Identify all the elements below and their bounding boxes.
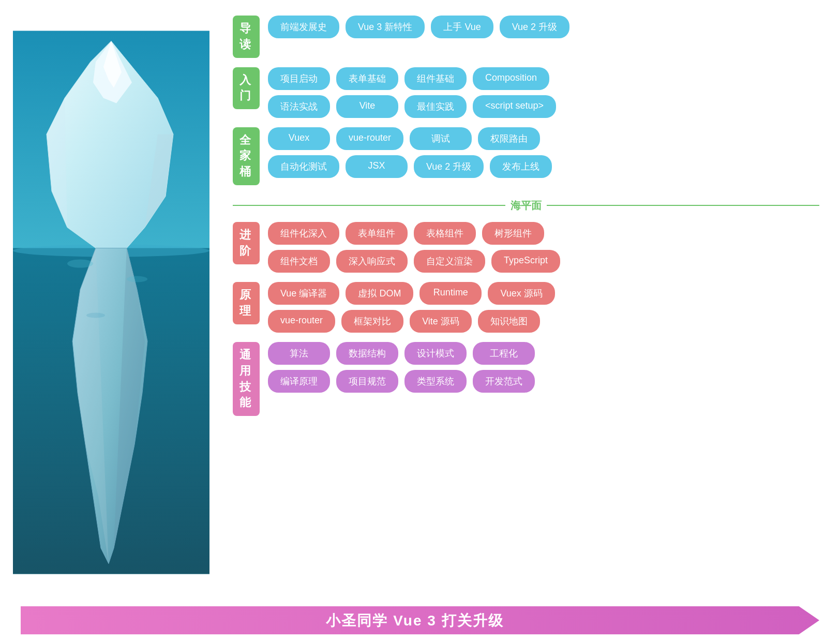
tag-general-0-3[interactable]: 工程化: [473, 342, 535, 365]
tags-grid-principle: Vue 编译器虚拟 DOMRuntimeVuex 源码vue-router框架对…: [268, 282, 819, 333]
iceberg-area: [0, 10, 222, 594]
sea-level-divider: 海平面: [233, 199, 819, 213]
bottom-arrow-area: 小圣同学 Vue 3 打关升级: [0, 600, 840, 641]
tag-advanced-1-0[interactable]: 组件文档: [268, 250, 330, 273]
tag-intro-1-2[interactable]: 最佳实践: [404, 95, 467, 118]
sea-level-text: 海平面: [511, 199, 542, 213]
svg-point-12: [67, 260, 93, 268]
tag-intro-1-3[interactable]: <script setup>: [473, 95, 556, 118]
sea-line-right: [547, 205, 819, 206]
tag-advanced-0-3[interactable]: 树形组件: [482, 222, 544, 245]
tag-general-0-1[interactable]: 数据结构: [336, 342, 398, 365]
tags-row-intro-1: 语法实战Vite最佳实践<script setup>: [268, 95, 819, 118]
sea-line-left: [233, 205, 505, 206]
tag-general-0-2[interactable]: 设计模式: [404, 342, 467, 365]
tag-principle-1-3[interactable]: 知识地图: [478, 310, 540, 333]
section-family: 全家桶Vuexvue-router调试权限路由自动化测试JSXVue 2 升级发…: [233, 127, 819, 185]
right-content-area: 导读前端发展史Vue 3 新特性上手 VueVue 2 升级入门项目启动表单基础…: [222, 10, 840, 594]
tags-grid-general: 算法数据结构设计模式工程化编译原理项目规范类型系统开发范式: [268, 342, 819, 393]
svg-point-13: [127, 276, 147, 282]
tag-principle-0-1[interactable]: 虚拟 DOM: [346, 282, 413, 305]
tags-row-family-1: 自动化测试JSXVue 2 升级发布上线: [268, 155, 819, 178]
tag-family-1-0[interactable]: 自动化测试: [268, 155, 339, 178]
tag-family-1-3[interactable]: 发布上线: [490, 155, 552, 178]
tag-principle-1-0[interactable]: vue-router: [268, 310, 335, 333]
tag-general-1-0[interactable]: 编译原理: [268, 370, 330, 393]
tag-advanced-1-2[interactable]: 自定义渲染: [414, 250, 485, 273]
arrow-body: 小圣同学 Vue 3 打关升级: [21, 606, 819, 635]
tag-intro-0-0[interactable]: 项目启动: [268, 67, 330, 90]
tags-grid-intro: 项目启动表单基础组件基础Composition语法实战Vite最佳实践<scri…: [268, 67, 819, 118]
tag-intro-1-1[interactable]: Vite: [336, 95, 398, 118]
tag-principle-1-2[interactable]: Vite 源码: [410, 310, 472, 333]
tag-advanced-1-1[interactable]: 深入响应式: [336, 250, 408, 273]
tags-row-guide-0: 前端发展史Vue 3 新特性上手 VueVue 2 升级: [268, 16, 819, 38]
svg-point-14: [86, 313, 105, 318]
above-sections: 导读前端发展史Vue 3 新特性上手 VueVue 2 升级入门项目启动表单基础…: [233, 16, 819, 195]
tag-family-1-1[interactable]: JSX: [346, 155, 408, 178]
tag-principle-1-1[interactable]: 框架对比: [341, 310, 403, 333]
category-label-guide: 导读: [233, 16, 260, 58]
category-label-family: 全家桶: [233, 127, 260, 185]
tag-general-1-3[interactable]: 开发范式: [473, 370, 535, 393]
tags-row-advanced-1: 组件文档深入响应式自定义渲染TypeScript: [268, 250, 819, 273]
tags-grid-family: Vuexvue-router调试权限路由自动化测试JSXVue 2 升级发布上线: [268, 127, 819, 178]
tag-family-1-2[interactable]: Vue 2 升级: [414, 155, 484, 178]
section-general: 通用技能算法数据结构设计模式工程化编译原理项目规范类型系统开发范式: [233, 342, 819, 416]
section-intro: 入门项目启动表单基础组件基础Composition语法实战Vite最佳实践<sc…: [233, 67, 819, 118]
tag-family-0-0[interactable]: Vuex: [268, 127, 330, 150]
tag-intro-0-2[interactable]: 组件基础: [404, 67, 467, 90]
tag-intro-0-3[interactable]: Composition: [473, 67, 549, 90]
tags-row-intro-0: 项目启动表单基础组件基础Composition: [268, 67, 819, 90]
tag-guide-0-0[interactable]: 前端发展史: [268, 16, 339, 38]
section-principle: 原理Vue 编译器虚拟 DOMRuntimeVuex 源码vue-router框…: [233, 282, 819, 333]
section-advanced: 进阶组件化深入表单组件表格组件树形组件组件文档深入响应式自定义渲染TypeScr…: [233, 222, 819, 273]
tag-guide-0-1[interactable]: Vue 3 新特性: [346, 16, 425, 38]
tag-principle-0-0[interactable]: Vue 编译器: [268, 282, 339, 305]
progress-arrow: 小圣同学 Vue 3 打关升级: [21, 606, 819, 635]
category-label-principle: 原理: [233, 282, 260, 324]
tag-guide-0-3[interactable]: Vue 2 升级: [500, 16, 569, 38]
category-label-advanced: 进阶: [233, 222, 260, 264]
tag-principle-0-2[interactable]: Runtime: [419, 282, 482, 305]
tag-intro-1-0[interactable]: 语法实战: [268, 95, 330, 118]
tag-advanced-0-1[interactable]: 表单组件: [346, 222, 408, 245]
tags-row-advanced-0: 组件化深入表单组件表格组件树形组件: [268, 222, 819, 245]
tag-principle-0-3[interactable]: Vuex 源码: [488, 282, 554, 305]
tags-grid-advanced: 组件化深入表单组件表格组件树形组件组件文档深入响应式自定义渲染TypeScrip…: [268, 222, 819, 273]
tag-family-0-2[interactable]: 调试: [410, 127, 472, 150]
below-sections: 进阶组件化深入表单组件表格组件树形组件组件文档深入响应式自定义渲染TypeScr…: [233, 222, 819, 425]
tag-advanced-0-0[interactable]: 组件化深入: [268, 222, 339, 245]
tags-grid-guide: 前端发展史Vue 3 新特性上手 VueVue 2 升级: [268, 16, 819, 38]
tag-general-1-2[interactable]: 类型系统: [404, 370, 467, 393]
category-label-general: 通用技能: [233, 342, 260, 416]
tag-general-0-0[interactable]: 算法: [268, 342, 330, 365]
tag-advanced-0-2[interactable]: 表格组件: [414, 222, 476, 245]
tags-row-family-0: Vuexvue-router调试权限路由: [268, 127, 819, 150]
tag-intro-0-1[interactable]: 表单基础: [336, 67, 398, 90]
tags-row-principle-1: vue-router框架对比Vite 源码知识地图: [268, 310, 819, 333]
tag-family-0-3[interactable]: 权限路由: [478, 127, 540, 150]
tag-advanced-1-3[interactable]: TypeScript: [491, 250, 560, 273]
tags-row-general-0: 算法数据结构设计模式工程化: [268, 342, 819, 365]
arrow-label: 小圣同学 Vue 3 打关升级: [326, 610, 514, 630]
tag-general-1-1[interactable]: 项目规范: [336, 370, 398, 393]
tag-guide-0-2[interactable]: 上手 Vue: [431, 16, 493, 38]
tags-row-principle-0: Vue 编译器虚拟 DOMRuntimeVuex 源码: [268, 282, 819, 305]
tag-family-0-1[interactable]: vue-router: [336, 127, 403, 150]
tags-row-general-1: 编译原理项目规范类型系统开发范式: [268, 370, 819, 393]
section-guide: 导读前端发展史Vue 3 新特性上手 VueVue 2 升级: [233, 16, 819, 58]
category-label-intro: 入门: [233, 67, 260, 110]
